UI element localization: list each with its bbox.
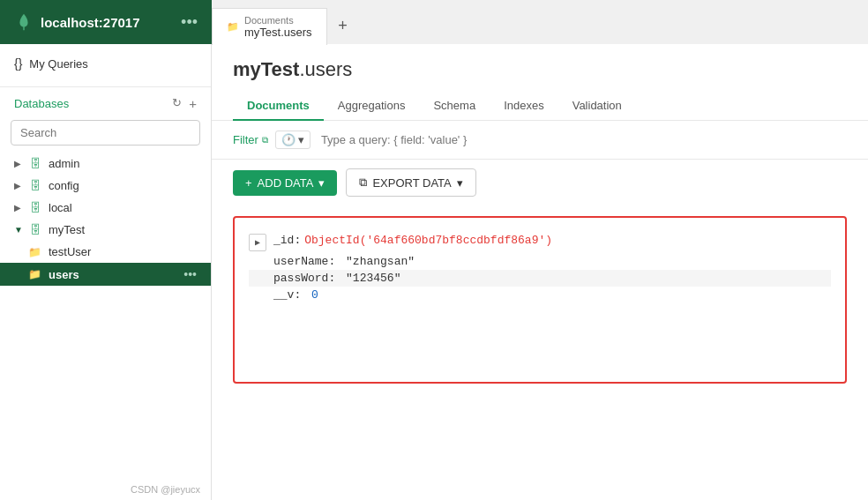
- clock-icon: 🕐: [281, 133, 296, 146]
- filter-bar: Filter ⧉ 🕐 ▾: [212, 121, 868, 160]
- refresh-icon[interactable]: ↻: [172, 96, 182, 111]
- content-tabs: Documents Aggregations Schema Indexes Va…: [233, 92, 847, 120]
- main-layout: {} My Queries Databases ↻ + ▶ 🗄 admin ▶ …: [0, 44, 868, 500]
- filter-ext-icon: ⧉: [262, 135, 268, 146]
- filter-button[interactable]: Filter ⧉: [233, 133, 268, 146]
- export-icon: ⧉: [359, 175, 367, 190]
- sidebar: {} My Queries Databases ↻ + ▶ 🗄 admin ▶ …: [0, 44, 212, 500]
- tab-aggregations[interactable]: Aggregations: [324, 92, 420, 121]
- v-value: 0: [311, 288, 318, 302]
- doc-row-v: __v: 0: [249, 287, 831, 303]
- doc-row-username: userName: "zhangsan": [249, 253, 831, 270]
- db-label-local: local: [49, 201, 72, 214]
- action-bar: + ADD DATA ▾ ⧉ EXPORT DATA ▾: [212, 160, 868, 205]
- add-data-arrow-icon: ▾: [318, 176, 325, 190]
- document-area: ▶ _id: ObjectId('64af660bd7bf8ccdbfdf86a…: [212, 205, 868, 500]
- db-item-admin[interactable]: ▶ 🗄 admin: [0, 153, 211, 175]
- export-label: EXPORT DATA: [372, 176, 451, 190]
- tab-collection-name: myTest.users: [244, 26, 312, 39]
- db-icon-admin: 🗄: [30, 157, 41, 170]
- content-area: myTest.users Documents Aggregations Sche…: [212, 44, 868, 500]
- tab-validation[interactable]: Validation: [558, 92, 636, 121]
- db-icon-config: 🗄: [30, 179, 41, 192]
- doc-row-id: ▶ _id: ObjectId('64af660bd7bf8ccdbfdf86a…: [249, 232, 831, 253]
- filter-label: Filter: [233, 133, 258, 146]
- top-bar: localhost:27017 ••• 📁 Documents myTest.u…: [0, 0, 868, 44]
- db-header-actions: ↻ +: [172, 96, 197, 111]
- v-indent: __v: 0: [249, 288, 318, 302]
- tab-folder-icon: 📁: [227, 21, 239, 33]
- search-box: [11, 120, 200, 146]
- folder-icon-users: 📁: [28, 268, 41, 280]
- db-item-config[interactable]: ▶ 🗄 config: [0, 175, 211, 197]
- brand-menu-icon[interactable]: •••: [181, 13, 198, 32]
- tab-area: 📁 Documents myTest.users +: [212, 0, 868, 44]
- tab-indexes[interactable]: Indexes: [490, 92, 558, 121]
- brand-title: localhost:27017: [41, 15, 140, 30]
- databases-header: Databases ↻ +: [0, 91, 211, 116]
- filter-input[interactable]: [318, 130, 847, 150]
- chevron-right-icon: ▶: [14, 181, 23, 190]
- db-label-admin: admin: [49, 157, 79, 170]
- coll-label-users: users: [49, 268, 79, 281]
- collection-title: myTest.users: [233, 58, 847, 81]
- tab-db-label: Documents: [244, 15, 312, 26]
- export-arrow-icon: ▾: [457, 176, 463, 190]
- sidebar-divider-1: [0, 86, 211, 87]
- tab-documents[interactable]: Documents: [233, 92, 324, 121]
- folder-icon-testuser: 📁: [28, 246, 41, 258]
- add-db-icon[interactable]: +: [189, 96, 197, 111]
- brand-section: localhost:27017 •••: [0, 0, 212, 44]
- title-db: myTest: [233, 58, 299, 80]
- add-data-button[interactable]: + ADD DATA ▾: [233, 170, 337, 196]
- collection-item-testuser[interactable]: 📁 testUser: [0, 241, 211, 263]
- export-data-button[interactable]: ⧉ EXPORT DATA ▾: [346, 168, 475, 197]
- my-queries-label: My Queries: [29, 57, 197, 71]
- add-icon: +: [245, 176, 252, 190]
- doc-row-password: passWord: "123456": [249, 270, 831, 287]
- brand-logo: [14, 12, 34, 32]
- tab-text: Documents myTest.users: [244, 15, 312, 39]
- tab-schema[interactable]: Schema: [419, 92, 490, 121]
- content-header: myTest.users Documents Aggregations Sche…: [212, 44, 868, 121]
- title-coll: .users: [299, 58, 352, 80]
- search-input[interactable]: [11, 120, 200, 146]
- username-indent: userName: "zhangsan": [249, 255, 415, 268]
- time-arrow-icon: ▾: [298, 133, 304, 146]
- db-icon-mytest: 🗄: [30, 223, 41, 236]
- chevron-right-icon: ▶: [14, 203, 23, 213]
- sidebar-item-my-queries[interactable]: {} My Queries: [0, 51, 211, 76]
- password-value: "123456": [346, 272, 400, 285]
- sidebar-queries-section: {} My Queries: [0, 44, 211, 83]
- chevron-right-icon: ▶: [14, 159, 23, 168]
- username-key: userName:: [273, 255, 335, 268]
- db-label-config: config: [49, 179, 79, 192]
- collection-item-users[interactable]: 📁 users •••: [0, 263, 211, 286]
- db-item-mytest[interactable]: ▼ 🗄 myTest: [0, 219, 211, 241]
- v-key: __v:: [273, 288, 301, 302]
- document-container: ▶ _id: ObjectId('64af660bd7bf8ccdbfdf86a…: [233, 216, 847, 384]
- collection-menu-icon[interactable]: •••: [183, 267, 197, 281]
- add-data-label: ADD DATA: [258, 176, 314, 190]
- chevron-down-icon: ▼: [14, 225, 23, 235]
- id-value: ObjectId('64af660bd7bf8ccdbfdf86a9'): [304, 234, 552, 247]
- password-key: passWord:: [273, 272, 335, 285]
- active-tab[interactable]: 📁 Documents myTest.users: [212, 8, 327, 45]
- expand-button[interactable]: ▶: [249, 234, 266, 251]
- db-label-mytest: myTest: [49, 223, 85, 236]
- username-value: "zhangsan": [346, 255, 415, 268]
- db-item-local[interactable]: ▶ 🗄 local: [0, 197, 211, 219]
- db-icon-local: 🗄: [30, 201, 41, 214]
- id-key: _id:: [273, 234, 301, 247]
- databases-label: Databases: [14, 97, 69, 110]
- add-tab-button[interactable]: +: [327, 7, 359, 44]
- password-indent: passWord: "123456": [249, 272, 400, 285]
- filter-time-button[interactable]: 🕐 ▾: [275, 131, 311, 149]
- coll-label-testuser: testUser: [49, 245, 91, 258]
- watermark: CSDN @jieyucx: [0, 479, 211, 500]
- queries-icon: {}: [14, 56, 22, 71]
